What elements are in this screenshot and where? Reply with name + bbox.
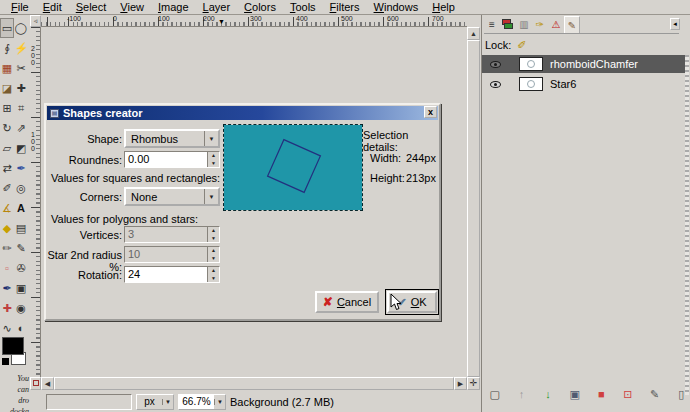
channels-tab-icon[interactable]: ▥ — [516, 16, 532, 33]
clone-tool-icon[interactable]: ▣ — [14, 278, 28, 298]
layer-thumbnail — [519, 77, 543, 91]
menu-image[interactable]: Image — [151, 1, 196, 13]
text-tool-icon[interactable]: A — [14, 198, 28, 218]
blur-tool-icon[interactable]: ◉ — [14, 298, 28, 318]
layer-thumbnail — [519, 57, 543, 71]
roundness-label: Roundnes: — [52, 154, 122, 166]
menu-edit[interactable]: Edit — [36, 1, 69, 13]
chevron-down-icon: ▼ — [162, 399, 173, 405]
layer-row-rhomboidchamfer[interactable]: rhomboidChamfer — [482, 55, 685, 73]
error-console-tab-icon[interactable]: ⚠ — [548, 16, 564, 33]
ruler-corner-menu-button[interactable]: ◃ — [30, 15, 41, 27]
ink-tool-icon[interactable]: ✒ — [0, 278, 14, 298]
default-colors-icon[interactable] — [2, 358, 9, 365]
visibility-eye-icon[interactable] — [490, 81, 501, 88]
perspective-tool-icon[interactable]: ◩ — [14, 138, 28, 158]
delete-layer-button[interactable]: ▯ — [673, 386, 689, 402]
layer-row-star6[interactable]: Star6 — [482, 75, 685, 93]
corners-dropdown[interactable]: None▼ — [124, 187, 220, 206]
color-picker-tool-icon[interactable]: ✐ — [0, 178, 14, 198]
move-tool-icon[interactable]: ✚ — [14, 78, 28, 98]
paths-tab-icon[interactable]: ✑ — [532, 16, 548, 33]
width-value: 244px — [406, 152, 436, 164]
rotate-tool-icon[interactable]: ↻ — [0, 118, 14, 138]
shear-tool-icon[interactable]: ▱ — [0, 138, 14, 158]
scroll-left-button[interactable]: ◀ — [41, 377, 54, 390]
status-message: Background (2.7 MB) — [230, 396, 334, 408]
menu-layer[interactable]: Layer — [196, 1, 238, 13]
heal-tool-icon[interactable]: ✚ — [0, 298, 14, 318]
raise-layer-button[interactable]: ↑ — [514, 386, 530, 402]
tool-options-tab-icon[interactable]: ≡ — [484, 16, 500, 33]
vertical-scroll-thumb[interactable] — [467, 40, 480, 377]
scroll-up-button[interactable]: ▲ — [467, 27, 480, 40]
dock-scrollbar[interactable] — [685, 55, 689, 395]
quick-mask-toggle[interactable] — [30, 377, 41, 390]
select-by-color-tool-icon[interactable]: ▦ — [0, 58, 14, 78]
lower-layer-button[interactable]: ↓ — [540, 386, 556, 402]
vertical-scrollbar[interactable]: ▲ — [467, 27, 480, 377]
paintbrush-tool-icon[interactable]: ✎ — [14, 238, 28, 258]
pencil-tool-icon[interactable]: ✏ — [0, 238, 14, 258]
menu-view[interactable]: View — [113, 1, 151, 13]
gradient-tool-icon[interactable]: ▤ — [14, 218, 28, 238]
lock-brush-icon[interactable]: ✐ — [517, 39, 526, 52]
paths-tool-icon[interactable]: ✒ — [14, 158, 28, 178]
shape-dropdown[interactable]: Rhombus▼ — [124, 129, 220, 148]
navigation-button[interactable]: ✛ — [467, 377, 480, 390]
vertical-ruler[interactable]: 200 100 — [30, 27, 41, 377]
layer-action-buttons: ▢ ↑ ↓ ▣ ■ ⊡ ✎ ▯ — [484, 386, 689, 406]
align-tool-icon[interactable]: ⊞ — [0, 98, 14, 118]
eraser-tool-icon[interactable]: ▫ — [0, 258, 14, 278]
scroll-right-button[interactable]: ▶ — [454, 377, 467, 390]
selection-from-layer-button[interactable]: ⊡ — [620, 386, 636, 402]
duplicate-layer-button[interactable]: ▣ — [567, 386, 583, 402]
visibility-eye-icon[interactable] — [490, 61, 501, 68]
new-layer-button[interactable]: ▢ — [487, 386, 503, 402]
horizontal-ruler[interactable]: -100 0 100 200 300 400 500 600 700 ▼ — [41, 15, 467, 27]
brushes-tab-icon[interactable]: ✎ — [564, 16, 580, 33]
close-icon[interactable]: x — [424, 106, 437, 118]
measure-tool-icon[interactable]: ∡ — [0, 198, 14, 218]
menu-tools[interactable]: Tools — [283, 1, 323, 13]
horizontal-scroll-thumb[interactable] — [54, 377, 454, 390]
spinner-arrows-icon[interactable]: ▲▼ — [207, 152, 219, 167]
fuzzy-select-tool-icon[interactable]: ⚡ — [14, 38, 28, 58]
dialog-title-bar[interactable]: ▤ Shapes creator — [47, 106, 438, 120]
zoom-tool-icon[interactable]: ◎ — [14, 178, 28, 198]
zoom-select[interactable]: 66.7%▼ — [178, 394, 226, 410]
unit-select[interactable]: px▼ — [136, 394, 174, 410]
dodge-burn-tool-icon[interactable]: ◐ — [14, 318, 28, 338]
toolbox: ▭ ◯ ∮ ⚡ ▦ ✂ ◪ ✚ ⊞ ⌗ ↻ ⇗ ▱ ◩ ⇄ ✒ ✐ ◎ ∡ A … — [0, 15, 29, 412]
scale-tool-icon[interactable]: ⇗ — [14, 118, 28, 138]
edit-layer-button[interactable]: ✎ — [647, 386, 663, 402]
dock-collapse-button[interactable]: ◂ — [670, 18, 680, 30]
flip-tool-icon[interactable]: ⇄ — [0, 158, 14, 178]
rotation-spinbox[interactable]: 24 ▲▼ — [124, 266, 220, 283]
menu-filters[interactable]: Filters — [323, 1, 367, 13]
vertices-label: Vertices: — [52, 229, 122, 241]
scissors-select-tool-icon[interactable]: ✂ — [14, 58, 28, 78]
menu-help[interactable]: Help — [425, 1, 462, 13]
free-select-tool-icon[interactable]: ∮ — [0, 38, 14, 58]
roundness-spinbox[interactable]: 0.00 ▲▼ — [124, 151, 220, 168]
polygons-section-label: Values for polygons and stars: — [51, 213, 198, 225]
ellipse-select-tool-icon[interactable]: ◯ — [14, 18, 28, 38]
cancel-button[interactable]: ✘ Cancel — [315, 291, 379, 313]
menu-colors[interactable]: Colors — [237, 1, 283, 13]
foreground-color-swatch[interactable] — [2, 337, 24, 355]
foreground-select-tool-icon[interactable]: ◪ — [0, 78, 14, 98]
crop-tool-icon[interactable]: ⌗ — [14, 98, 28, 118]
horizontal-scrollbar[interactable]: ◀ ▶ — [41, 377, 467, 390]
airbrush-tool-icon[interactable]: ✇ — [14, 258, 28, 278]
rectangle-select-tool-icon[interactable]: ▭ — [0, 18, 14, 38]
layers-tab-icon[interactable] — [500, 16, 516, 33]
bucket-fill-tool-icon[interactable]: ◆ — [0, 218, 14, 238]
menu-file[interactable]: File — [4, 1, 36, 13]
anchor-layer-button[interactable]: ■ — [594, 386, 610, 402]
menu-select[interactable]: Select — [69, 1, 114, 13]
menu-windows[interactable]: Windows — [367, 1, 426, 13]
spinner-arrows-icon[interactable]: ▲▼ — [207, 267, 219, 282]
smudge-tool-icon[interactable]: ∿ — [0, 318, 14, 338]
star-radius-spinbox: 10 ▲▼ — [124, 246, 220, 263]
